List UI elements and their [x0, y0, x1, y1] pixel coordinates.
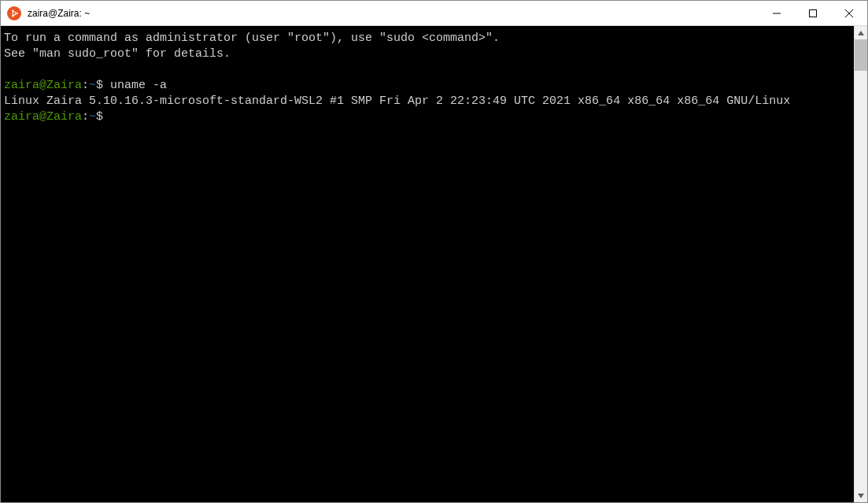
cursor [110, 110, 116, 123]
vertical-scrollbar[interactable] [854, 26, 867, 502]
svg-point-3 [12, 15, 13, 17]
window-titlebar: zaira@Zaira: ~ [1, 1, 867, 26]
minimize-button[interactable] [759, 1, 795, 25]
motd-text: To run a command as administrator (user … [4, 31, 500, 45]
ubuntu-icon [7, 6, 21, 20]
prompt-colon: : [82, 110, 89, 124]
close-button[interactable] [831, 1, 867, 25]
svg-point-0 [13, 12, 16, 15]
prompt-colon: : [82, 79, 89, 92]
terminal-output[interactable]: To run a command as administrator (user … [1, 26, 854, 502]
scroll-down-arrow-icon[interactable] [855, 489, 867, 502]
svg-marker-8 [858, 31, 864, 35]
terminal-container: To run a command as administrator (user … [1, 26, 867, 502]
window-title: zaira@Zaira: ~ [28, 8, 759, 19]
command-text: uname -a [110, 79, 167, 92]
scroll-track[interactable] [855, 39, 867, 489]
motd-text: See "man sudo_root" for details. [4, 47, 231, 61]
prompt-path: ~ [89, 79, 96, 92]
maximize-button[interactable] [795, 1, 831, 25]
prompt-dollar: $ [96, 110, 103, 124]
prompt-path: ~ [89, 110, 96, 124]
svg-point-1 [16, 12, 17, 13]
svg-marker-9 [858, 494, 864, 498]
prompt-dollar: $ [96, 79, 103, 92]
svg-point-2 [12, 9, 13, 11]
prompt-user-host: zaira@Zaira [4, 79, 82, 92]
scroll-up-arrow-icon[interactable] [855, 26, 867, 39]
svg-rect-5 [810, 9, 817, 17]
scroll-thumb[interactable] [855, 39, 867, 71]
command-output: Linux Zaira 5.10.16.3-microsoft-standard… [4, 94, 790, 108]
window-controls [759, 1, 867, 25]
prompt-user-host: zaira@Zaira [4, 110, 82, 124]
